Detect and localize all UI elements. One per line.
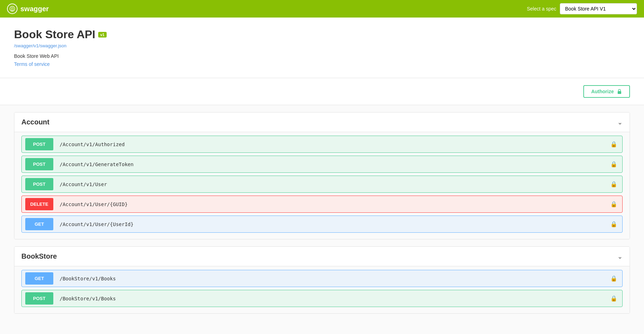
authorize-button[interactable]: Authorize	[583, 85, 630, 98]
select-spec-label: Select a spec	[527, 6, 556, 12]
method-badge-get: GET	[25, 272, 53, 285]
svg-text:{}: {}	[11, 7, 14, 11]
api-title: Book Store API	[14, 28, 95, 41]
lock-icon: 🔒	[610, 295, 617, 302]
method-badge-post: POST	[25, 178, 53, 190]
chevron-down-icon-account: ⌄	[617, 118, 623, 126]
tag-section-bookstore: BookStore⌄GET/BookStore/v1/Books🔒POST/Bo…	[14, 246, 630, 314]
endpoint-row-account-1[interactable]: POST/Account/v1/GenerateToken🔒	[21, 156, 623, 173]
swagger-logo-icon: {}	[7, 4, 18, 14]
tag-name-bookstore: BookStore	[21, 252, 57, 260]
lock-icon: 🔒	[610, 161, 617, 168]
endpoint-row-account-2[interactable]: POST/Account/v1/User🔒	[21, 176, 623, 193]
main-content: Book Store API v1 /swagger/v1/swagger.js…	[0, 18, 644, 334]
endpoint-row-bookstore-1[interactable]: POST/BookStore/v1/Books🔒	[21, 290, 623, 307]
endpoint-path: /BookStore/v1/Books	[57, 272, 610, 285]
method-badge-post: POST	[25, 158, 53, 170]
tag-section-account: Account⌄POST/Account/v1/Authorized🔒POST/…	[14, 112, 630, 239]
api-version-badge: v1	[98, 32, 107, 38]
tag-body-bookstore: GET/BookStore/v1/Books🔒POST/BookStore/v1…	[14, 266, 630, 313]
method-badge-post: POST	[25, 138, 53, 150]
spec-url-link[interactable]: /swagger/v1/swagger.json	[14, 43, 630, 48]
authorize-button-label: Authorize	[591, 89, 614, 94]
logo: {} swagger	[7, 4, 49, 14]
endpoint-row-account-3[interactable]: DELETE/Account/v1/User/{GUID}🔒	[21, 196, 623, 213]
tag-body-account: POST/Account/v1/Authorized🔒POST/Account/…	[14, 132, 630, 239]
swagger-logo-text: swagger	[20, 5, 49, 13]
method-badge-get: GET	[25, 218, 53, 230]
tag-header-bookstore[interactable]: BookStore⌄	[14, 247, 630, 266]
endpoint-row-account-4[interactable]: GET/Account/v1/User/{UserId}🔒	[21, 216, 623, 233]
header-right: Select a spec Book Store API V1	[527, 3, 637, 14]
endpoint-path: /Account/v1/User/{UserId}	[57, 218, 610, 231]
lock-icon: 🔒	[610, 201, 617, 207]
endpoint-path: /Account/v1/User/{GUID}	[57, 198, 610, 211]
chevron-down-icon-bookstore: ⌄	[617, 253, 623, 260]
endpoint-path: /Account/v1/GenerateToken	[57, 158, 610, 171]
lock-icon: 🔒	[610, 221, 617, 227]
lock-icon	[617, 89, 622, 94]
endpoint-row-bookstore-0[interactable]: GET/BookStore/v1/Books🔒	[21, 270, 623, 287]
api-description: Book Store Web API	[14, 53, 630, 59]
app-header: {} swagger Select a spec Book Store API …	[0, 0, 644, 18]
api-title-row: Book Store API v1	[14, 28, 630, 41]
lock-icon: 🔒	[610, 141, 617, 148]
endpoint-path: /BookStore/v1/Books	[57, 292, 610, 305]
method-badge-post: POST	[25, 292, 53, 305]
terms-of-service-link[interactable]: Terms of service	[14, 61, 50, 67]
api-info-section: Book Store API v1 /swagger/v1/swagger.js…	[0, 18, 644, 78]
tag-name-account: Account	[21, 118, 49, 126]
spec-selector[interactable]: Book Store API V1	[560, 3, 637, 14]
svg-rect-2	[618, 91, 621, 94]
endpoint-path: /Account/v1/Authorized	[57, 138, 610, 151]
authorize-section: Authorize	[0, 78, 644, 105]
lock-icon: 🔒	[610, 181, 617, 188]
endpoint-row-account-0[interactable]: POST/Account/v1/Authorized🔒	[21, 136, 623, 153]
endpoints-container: Account⌄POST/Account/v1/Authorized🔒POST/…	[0, 105, 644, 328]
method-badge-delete: DELETE	[25, 198, 53, 210]
lock-icon: 🔒	[610, 275, 617, 282]
endpoint-path: /Account/v1/User	[57, 178, 610, 191]
tag-header-account[interactable]: Account⌄	[14, 113, 630, 132]
